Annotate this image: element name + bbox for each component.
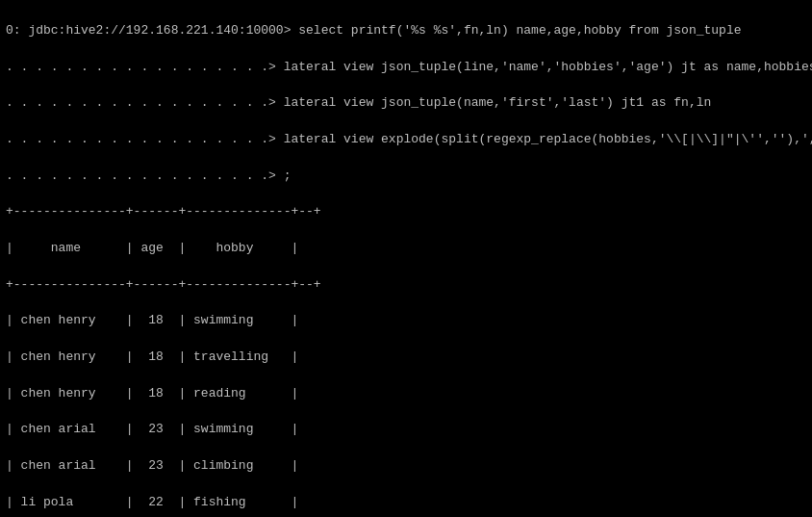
query-line-4: . . . . . . . . . . . . . . . . . .> ; <box>6 168 291 183</box>
terminal-window: 0: jdbc:hive2://192.168.221.140:10000> s… <box>6 4 806 517</box>
table-row-0: | chen henry | 18 | swimming | <box>6 313 298 327</box>
table-row-4: | chen arial | 23 | climbing | <box>6 458 298 473</box>
table-row-1: | chen henry | 18 | travelling | <box>6 349 298 364</box>
query-line-2: . . . . . . . . . . . . . . . . . .> lat… <box>6 95 711 110</box>
table-header: | name | age | hobby | <box>6 241 298 255</box>
table-row-2: | chen henry | 18 | reading | <box>6 386 298 401</box>
separator-top: +---------------+------+--------------+-… <box>6 204 321 219</box>
separator-mid: +---------------+------+--------------+-… <box>6 277 321 292</box>
prompt-line: 0: jdbc:hive2://192.168.221.140:10000> s… <box>6 23 742 38</box>
table-row-5: | li pola | 22 | fishing | <box>6 495 298 509</box>
query-line-1: . . . . . . . . . . . . . . . . . .> lat… <box>6 60 812 74</box>
query-line-3: . . . . . . . . . . . . . . . . . .> lat… <box>6 132 812 146</box>
table-row-3: | chen arial | 23 | swimming | <box>6 422 298 436</box>
